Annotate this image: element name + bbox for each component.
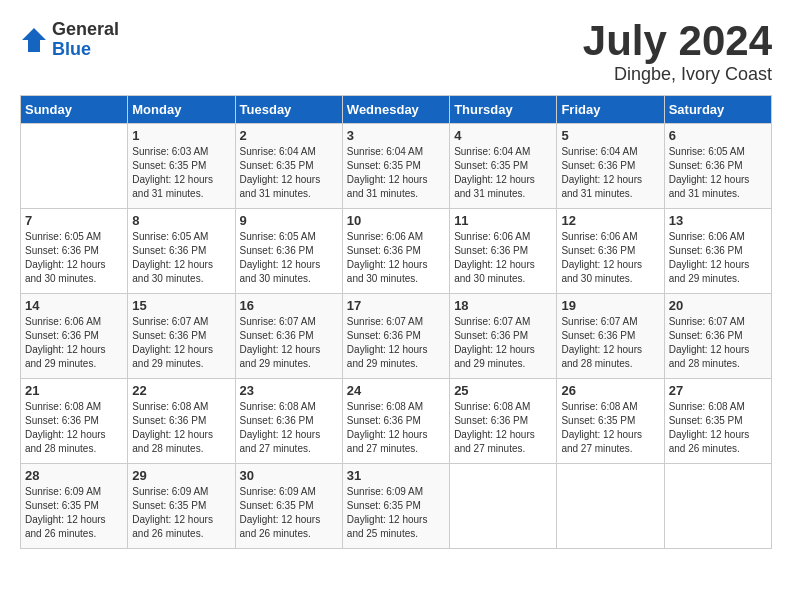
day-number: 24 (347, 383, 445, 398)
calendar-day-cell: 1Sunrise: 6:03 AM Sunset: 6:35 PM Daylig… (128, 124, 235, 209)
day-info: Sunrise: 6:04 AM Sunset: 6:36 PM Dayligh… (561, 145, 659, 201)
day-info: Sunrise: 6:08 AM Sunset: 6:35 PM Dayligh… (669, 400, 767, 456)
calendar-day-cell: 14Sunrise: 6:06 AM Sunset: 6:36 PM Dayli… (21, 294, 128, 379)
calendar-day-cell: 27Sunrise: 6:08 AM Sunset: 6:35 PM Dayli… (664, 379, 771, 464)
calendar-day-cell: 11Sunrise: 6:06 AM Sunset: 6:36 PM Dayli… (450, 209, 557, 294)
day-number: 15 (132, 298, 230, 313)
day-number: 13 (669, 213, 767, 228)
day-info: Sunrise: 6:06 AM Sunset: 6:36 PM Dayligh… (347, 230, 445, 286)
day-info: Sunrise: 6:06 AM Sunset: 6:36 PM Dayligh… (454, 230, 552, 286)
calendar-day-cell: 4Sunrise: 6:04 AM Sunset: 6:35 PM Daylig… (450, 124, 557, 209)
day-number: 7 (25, 213, 123, 228)
calendar-day-cell (450, 464, 557, 549)
day-number: 8 (132, 213, 230, 228)
calendar-day-cell (21, 124, 128, 209)
calendar-day-cell: 10Sunrise: 6:06 AM Sunset: 6:36 PM Dayli… (342, 209, 449, 294)
day-info: Sunrise: 6:08 AM Sunset: 6:35 PM Dayligh… (561, 400, 659, 456)
day-info: Sunrise: 6:05 AM Sunset: 6:36 PM Dayligh… (25, 230, 123, 286)
day-info: Sunrise: 6:08 AM Sunset: 6:36 PM Dayligh… (240, 400, 338, 456)
calendar-day-cell: 2Sunrise: 6:04 AM Sunset: 6:35 PM Daylig… (235, 124, 342, 209)
day-number: 12 (561, 213, 659, 228)
day-number: 16 (240, 298, 338, 313)
calendar-week-row: 1Sunrise: 6:03 AM Sunset: 6:35 PM Daylig… (21, 124, 772, 209)
day-number: 21 (25, 383, 123, 398)
logo-icon (20, 26, 48, 54)
calendar-day-cell: 30Sunrise: 6:09 AM Sunset: 6:35 PM Dayli… (235, 464, 342, 549)
calendar-day-cell: 7Sunrise: 6:05 AM Sunset: 6:36 PM Daylig… (21, 209, 128, 294)
calendar-day-cell: 23Sunrise: 6:08 AM Sunset: 6:36 PM Dayli… (235, 379, 342, 464)
day-info: Sunrise: 6:05 AM Sunset: 6:36 PM Dayligh… (240, 230, 338, 286)
day-number: 1 (132, 128, 230, 143)
calendar-week-row: 7Sunrise: 6:05 AM Sunset: 6:36 PM Daylig… (21, 209, 772, 294)
day-info: Sunrise: 6:08 AM Sunset: 6:36 PM Dayligh… (347, 400, 445, 456)
calendar-day-cell: 13Sunrise: 6:06 AM Sunset: 6:36 PM Dayli… (664, 209, 771, 294)
calendar-day-cell: 31Sunrise: 6:09 AM Sunset: 6:35 PM Dayli… (342, 464, 449, 549)
day-number: 28 (25, 468, 123, 483)
day-number: 31 (347, 468, 445, 483)
calendar-header-cell: Wednesday (342, 96, 449, 124)
logo-blue: Blue (52, 40, 119, 60)
calendar-day-cell: 25Sunrise: 6:08 AM Sunset: 6:36 PM Dayli… (450, 379, 557, 464)
month-title: July 2024 (583, 20, 772, 62)
day-info: Sunrise: 6:07 AM Sunset: 6:36 PM Dayligh… (132, 315, 230, 371)
day-info: Sunrise: 6:09 AM Sunset: 6:35 PM Dayligh… (240, 485, 338, 541)
day-info: Sunrise: 6:09 AM Sunset: 6:35 PM Dayligh… (132, 485, 230, 541)
calendar-header-cell: Monday (128, 96, 235, 124)
day-number: 23 (240, 383, 338, 398)
day-info: Sunrise: 6:07 AM Sunset: 6:36 PM Dayligh… (669, 315, 767, 371)
calendar-day-cell: 29Sunrise: 6:09 AM Sunset: 6:35 PM Dayli… (128, 464, 235, 549)
day-number: 18 (454, 298, 552, 313)
calendar-day-cell: 16Sunrise: 6:07 AM Sunset: 6:36 PM Dayli… (235, 294, 342, 379)
calendar-day-cell (664, 464, 771, 549)
day-info: Sunrise: 6:04 AM Sunset: 6:35 PM Dayligh… (454, 145, 552, 201)
day-info: Sunrise: 6:05 AM Sunset: 6:36 PM Dayligh… (669, 145, 767, 201)
day-info: Sunrise: 6:05 AM Sunset: 6:36 PM Dayligh… (132, 230, 230, 286)
day-info: Sunrise: 6:06 AM Sunset: 6:36 PM Dayligh… (561, 230, 659, 286)
calendar-day-cell: 3Sunrise: 6:04 AM Sunset: 6:35 PM Daylig… (342, 124, 449, 209)
day-number: 26 (561, 383, 659, 398)
day-number: 17 (347, 298, 445, 313)
day-info: Sunrise: 6:06 AM Sunset: 6:36 PM Dayligh… (25, 315, 123, 371)
day-info: Sunrise: 6:09 AM Sunset: 6:35 PM Dayligh… (25, 485, 123, 541)
day-info: Sunrise: 6:07 AM Sunset: 6:36 PM Dayligh… (561, 315, 659, 371)
calendar-day-cell: 22Sunrise: 6:08 AM Sunset: 6:36 PM Dayli… (128, 379, 235, 464)
day-info: Sunrise: 6:07 AM Sunset: 6:36 PM Dayligh… (240, 315, 338, 371)
day-info: Sunrise: 6:04 AM Sunset: 6:35 PM Dayligh… (240, 145, 338, 201)
location-title: Dingbe, Ivory Coast (583, 64, 772, 85)
day-number: 20 (669, 298, 767, 313)
day-number: 3 (347, 128, 445, 143)
calendar-day-cell: 20Sunrise: 6:07 AM Sunset: 6:36 PM Dayli… (664, 294, 771, 379)
day-info: Sunrise: 6:09 AM Sunset: 6:35 PM Dayligh… (347, 485, 445, 541)
calendar-week-row: 14Sunrise: 6:06 AM Sunset: 6:36 PM Dayli… (21, 294, 772, 379)
calendar-body: 1Sunrise: 6:03 AM Sunset: 6:35 PM Daylig… (21, 124, 772, 549)
day-number: 5 (561, 128, 659, 143)
title-area: July 2024 Dingbe, Ivory Coast (583, 20, 772, 85)
logo-text: General Blue (52, 20, 119, 60)
calendar-header-cell: Thursday (450, 96, 557, 124)
calendar-day-cell (557, 464, 664, 549)
day-info: Sunrise: 6:07 AM Sunset: 6:36 PM Dayligh… (347, 315, 445, 371)
day-info: Sunrise: 6:06 AM Sunset: 6:36 PM Dayligh… (669, 230, 767, 286)
day-info: Sunrise: 6:08 AM Sunset: 6:36 PM Dayligh… (454, 400, 552, 456)
calendar-header-cell: Saturday (664, 96, 771, 124)
day-info: Sunrise: 6:07 AM Sunset: 6:36 PM Dayligh… (454, 315, 552, 371)
calendar-day-cell: 15Sunrise: 6:07 AM Sunset: 6:36 PM Dayli… (128, 294, 235, 379)
calendar-day-cell: 24Sunrise: 6:08 AM Sunset: 6:36 PM Dayli… (342, 379, 449, 464)
day-info: Sunrise: 6:03 AM Sunset: 6:35 PM Dayligh… (132, 145, 230, 201)
calendar-header-cell: Sunday (21, 96, 128, 124)
calendar-day-cell: 19Sunrise: 6:07 AM Sunset: 6:36 PM Dayli… (557, 294, 664, 379)
header: General Blue July 2024 Dingbe, Ivory Coa… (20, 20, 772, 85)
svg-marker-0 (22, 28, 46, 52)
calendar-day-cell: 6Sunrise: 6:05 AM Sunset: 6:36 PM Daylig… (664, 124, 771, 209)
day-number: 27 (669, 383, 767, 398)
day-number: 29 (132, 468, 230, 483)
calendar-table: SundayMondayTuesdayWednesdayThursdayFrid… (20, 95, 772, 549)
calendar-day-cell: 21Sunrise: 6:08 AM Sunset: 6:36 PM Dayli… (21, 379, 128, 464)
calendar-day-cell: 12Sunrise: 6:06 AM Sunset: 6:36 PM Dayli… (557, 209, 664, 294)
calendar-header-cell: Friday (557, 96, 664, 124)
day-number: 10 (347, 213, 445, 228)
calendar-day-cell: 18Sunrise: 6:07 AM Sunset: 6:36 PM Dayli… (450, 294, 557, 379)
calendar-day-cell: 8Sunrise: 6:05 AM Sunset: 6:36 PM Daylig… (128, 209, 235, 294)
calendar-header-row: SundayMondayTuesdayWednesdayThursdayFrid… (21, 96, 772, 124)
day-number: 25 (454, 383, 552, 398)
